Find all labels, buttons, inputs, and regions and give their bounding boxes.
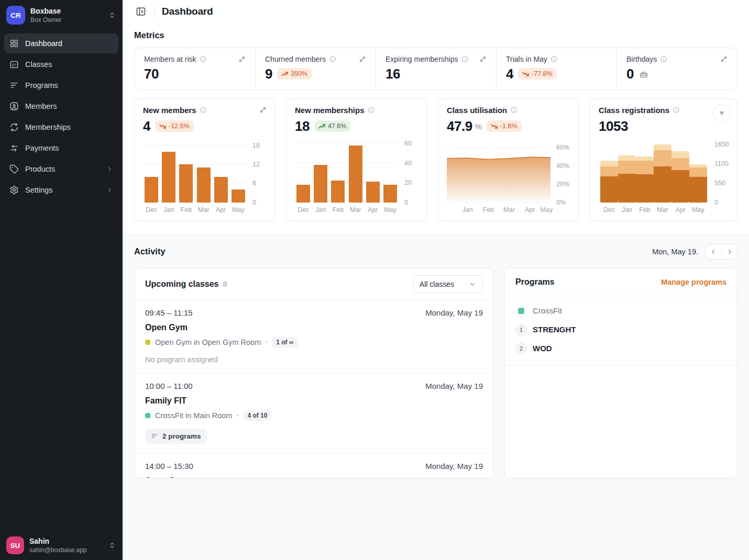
class-name: Open Gym [145,476,483,478]
metric-card-members-at-risk: Members at risk70 [135,48,255,89]
sidebar-item-members[interactable]: Members [4,96,118,116]
user-menu[interactable]: SU Sahin sahin@boxbase.app [0,531,123,560]
chart-title: Class registrations [599,106,669,115]
bar-mar [197,167,211,203]
y-axis: 181260 [251,141,267,203]
program-item[interactable]: CrossFit [515,301,726,320]
bar-feb [331,181,345,202]
badge-value: -1.6% [500,122,517,130]
y-tick-label: 0 [404,199,408,206]
previous-day-button[interactable] [706,244,721,259]
workspace-name: Boxbase [30,7,103,15]
expand-icon[interactable] [479,55,487,63]
sidebar-collapse-icon[interactable] [134,5,148,18]
workspace-switcher[interactable]: CR Boxbase Box Owner [0,0,123,30]
trend-down-icon [522,72,529,76]
program-item[interactable]: 1STRENGHT [515,320,726,339]
trend-badge: -12.5% [155,120,194,132]
workspace-avatar: CR [6,6,25,25]
area-chart-svg [447,141,550,203]
calendar-icon [9,60,19,69]
class-item[interactable]: 09:45 – 11:15Monday, May 19Open GymOpen … [135,300,493,374]
bar-jan [162,152,175,203]
x-tick-label: May [383,206,397,216]
sidebar-spacer [0,203,123,531]
manage-programs-link[interactable]: Manage programs [661,278,726,286]
y-tick-label: 60 [404,140,412,147]
date-pager [705,244,737,260]
program-order-number: 2 [515,343,527,354]
sidebar-item-settings[interactable]: Settings [4,180,118,200]
sidebar-item-memberships[interactable]: Memberships [4,117,118,137]
chart-title: New memberships [295,106,365,115]
expand-icon[interactable] [238,55,246,63]
dot-separator [237,415,238,416]
segment-top [618,155,636,160]
sidebar-item-label: Classes [25,60,52,69]
sidebar-item-classes[interactable]: Classes [4,54,118,74]
metrics-bar: Members at risk70Churned members9350%Exp… [134,48,737,90]
metric-value: 0 [626,66,634,82]
metric-label: Churned members [265,55,326,63]
segment-top [689,164,707,168]
bar-apr [671,151,689,203]
x-tick-label: Mar [654,206,671,216]
metric-label: Trials in May [506,55,547,63]
info-icon[interactable] [673,106,680,114]
program-item[interactable]: 2WOD [515,339,726,358]
bar-mar [654,144,671,203]
class-list: 09:45 – 11:15Monday, May 19Open GymOpen … [135,300,493,478]
x-tick-label: Mar [503,206,515,214]
class-filter-value: All classes [420,280,454,288]
info-icon[interactable] [368,106,375,114]
class-item[interactable]: 14:00 – 15:30Monday, May 19Open GymOpen … [135,454,493,478]
expand-icon[interactable] [359,55,366,63]
class-filter-select[interactable]: All classes [413,275,483,293]
info-icon[interactable] [510,106,517,114]
sidebar-item-dashboard[interactable]: Dashboard [4,33,118,53]
y-tick-label: 40 [404,160,412,167]
metric-card-trials-in-may: Trials in May4-77.8% [496,48,616,89]
sidebar-item-products[interactable]: Products [4,159,118,179]
trend-down-icon [159,124,166,129]
info-icon[interactable] [329,55,336,63]
page-title: Dashboard [162,6,213,17]
next-day-button[interactable] [721,244,737,259]
chart-card-class-registrations: Class registrations1053DecJanFebMarAprMa… [590,98,737,221]
x-tick-label: Jan [462,206,473,214]
info-icon[interactable] [200,55,207,63]
bar-may [689,164,707,203]
info-icon[interactable] [200,106,207,114]
chart-plot [447,141,550,203]
y-tick-label: 1650 [714,141,729,148]
chart-value: 47.9 [447,118,472,135]
sidebar-item-programs[interactable]: Programs [4,75,118,95]
metric-value: 4 [506,66,513,82]
filter-button[interactable] [713,104,731,122]
expand-icon[interactable] [259,106,267,114]
class-room: Open Gym in Open Gym Room [155,338,261,346]
info-icon[interactable] [660,55,667,63]
expand-icon[interactable] [720,55,728,63]
bar-may [383,185,397,203]
programs-chip[interactable]: 2 programs [145,429,207,444]
x-tick-label: Mar [349,206,362,216]
segment-middle [689,167,707,176]
info-icon[interactable] [461,55,469,63]
y-tick-label: 60% [556,144,569,151]
sidebar-item-payments[interactable]: Payments [4,138,118,158]
segment-middle [600,166,618,176]
cake-icon [638,69,649,79]
x-tick-label: Apr [525,206,535,214]
x-tick-label: Apr [366,206,380,216]
metrics-heading: Metrics [134,30,737,40]
user-name: Sahin [29,537,103,545]
y-axis: 165011005500 [713,141,729,203]
program-order-number: 1 [515,324,527,335]
programs-panel: Programs Manage programs CrossFit1STRENG… [504,268,737,478]
class-item[interactable]: 10:00 – 11:00Monday, May 19Family FITCro… [135,374,493,454]
sidebar-item-label: Programs [25,81,58,89]
y-tick-label: 18 [252,142,260,149]
badge-value: 47.6% [328,122,346,130]
info-icon[interactable] [550,55,558,63]
